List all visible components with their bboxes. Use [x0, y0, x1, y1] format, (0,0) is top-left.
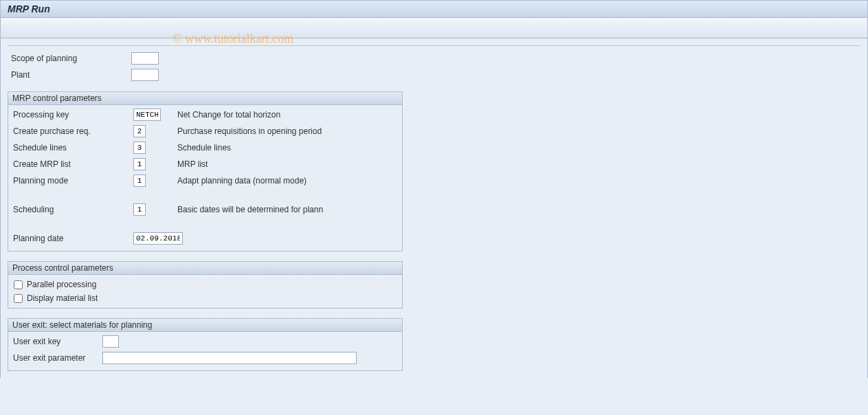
create-mrp-list-label: Create MRP list: [10, 159, 133, 169]
group-mrp-title: MRP control parameters: [8, 92, 402, 105]
schedule-lines-input[interactable]: [133, 142, 146, 154]
display-material-checkbox[interactable]: [14, 294, 23, 303]
scheduling-label: Scheduling: [10, 205, 133, 214]
planning-date-input[interactable]: [133, 232, 183, 245]
row-display-material: Display material list: [10, 291, 401, 305]
row-user-exit-key: User exit key: [10, 335, 401, 348]
scope-label: Scope of planning: [8, 54, 131, 63]
user-exit-param-input[interactable]: [102, 352, 357, 364]
row-scheduling: Scheduling Basic dates will be determine…: [10, 203, 401, 216]
display-material-label: Display material list: [27, 293, 98, 303]
window-title: MRP Run: [0, 0, 868, 18]
divider: [8, 45, 860, 46]
user-exit-param-label: User exit parameter: [10, 353, 102, 363]
plant-input[interactable]: [131, 69, 159, 81]
scope-input[interactable]: [131, 52, 159, 65]
scheduling-desc: Basic dates will be determined for plann: [146, 205, 323, 214]
row-planning-date: Planning date: [10, 232, 401, 245]
plant-label: Plant: [8, 70, 131, 80]
create-mrp-list-desc: MRP list: [146, 159, 208, 169]
schedule-lines-desc: Schedule lines: [146, 143, 231, 153]
row-create-pr: Create purchase req. Purchase requisitio…: [10, 124, 401, 138]
row-plant: Plant: [8, 68, 860, 82]
group-process-title: Process control parameters: [8, 262, 402, 275]
processing-key-input[interactable]: [133, 109, 161, 121]
toolbar: © www.tutorialkart.com: [0, 18, 868, 38]
create-pr-desc: Purchase requisitions in opening period: [146, 126, 322, 136]
parallel-checkbox[interactable]: [14, 280, 23, 289]
schedule-lines-label: Schedule lines: [10, 143, 133, 153]
planning-mode-label: Planning mode: [10, 176, 133, 186]
spacer: [10, 190, 401, 203]
row-parallel: Parallel processing: [10, 278, 401, 291]
group-user-exit-title: User exit: select materials for planning: [8, 319, 402, 332]
processing-key-desc: Net Change for total horizon: [161, 110, 280, 120]
processing-key-label: Processing key: [10, 110, 133, 120]
row-planning-mode: Planning mode Adapt planning data (norma…: [10, 174, 401, 188]
group-user-exit: User exit: select materials for planning…: [8, 318, 403, 371]
parallel-label: Parallel processing: [27, 280, 96, 289]
group-mrp-control: MRP control parameters Processing key Ne…: [8, 91, 403, 251]
group-process-control: Process control parameters Parallel proc…: [8, 261, 403, 309]
planning-mode-input[interactable]: [133, 175, 146, 187]
row-create-mrp-list: Create MRP list MRP list: [10, 157, 401, 171]
create-mrp-list-input[interactable]: [133, 158, 146, 170]
planning-date-label: Planning date: [10, 234, 133, 243]
user-exit-key-label: User exit key: [10, 337, 102, 346]
row-scope: Scope of planning: [8, 52, 860, 65]
spacer: [10, 219, 401, 232]
row-processing-key: Processing key Net Change for total hori…: [10, 108, 401, 122]
create-pr-input[interactable]: [133, 125, 146, 137]
row-schedule-lines: Schedule lines Schedule lines: [10, 141, 401, 155]
create-pr-label: Create purchase req.: [10, 126, 133, 136]
planning-mode-desc: Adapt planning data (normal mode): [146, 176, 307, 186]
user-exit-key-input[interactable]: [102, 335, 119, 348]
row-user-exit-param: User exit parameter: [10, 351, 401, 365]
main-content: Scope of planning Plant MRP control para…: [0, 38, 868, 378]
scheduling-input[interactable]: [133, 203, 146, 216]
